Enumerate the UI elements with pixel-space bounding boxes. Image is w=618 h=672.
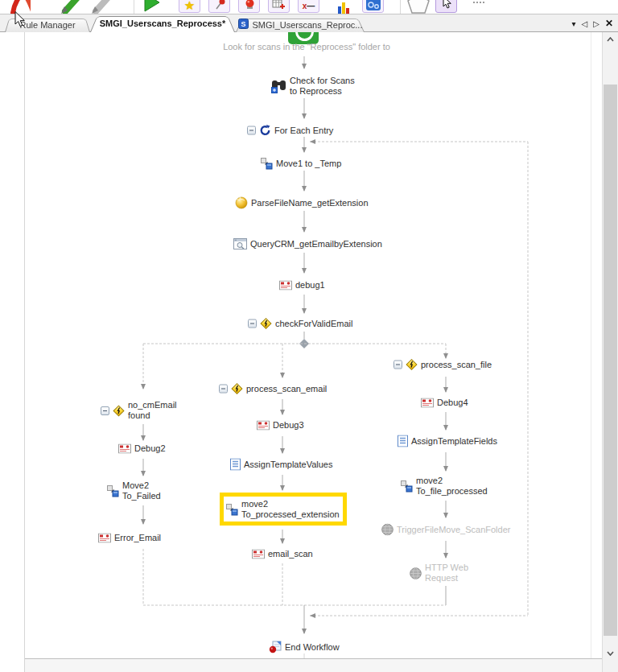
cursor-tool-icon[interactable] xyxy=(435,0,457,13)
node-debug1[interactable]: debug1 xyxy=(279,280,325,291)
move-files-icon xyxy=(225,503,238,516)
move-files-icon xyxy=(106,484,119,497)
workflow-canvas[interactable]: Look for scans in the "Reprocess" folder… xyxy=(24,32,602,672)
toolbar-separator xyxy=(134,0,134,14)
node-query-crm[interactable]: QueryCRM_getEmailbyExtension xyxy=(233,238,382,249)
message-card-icon xyxy=(421,398,434,407)
collapse-toggle[interactable] xyxy=(101,406,109,415)
decision-diamond-icon xyxy=(113,405,125,417)
close-tab-icon[interactable]: ✕ xyxy=(605,18,613,29)
node-debug3[interactable]: Debug3 xyxy=(257,420,304,431)
node-process-scan-email[interactable]: process_scan_email xyxy=(219,383,327,395)
node-email-scan[interactable]: email_scan xyxy=(252,549,313,559)
end-workflow-icon xyxy=(269,641,282,653)
form-fields-icon xyxy=(398,435,408,447)
globe-icon xyxy=(410,567,422,579)
decision-diamond-icon xyxy=(406,359,418,371)
tab-label: SMGI_Userscans_Reprocess* xyxy=(100,19,226,28)
node-assign-template-fields[interactable]: AssignTemplateFields xyxy=(398,435,497,447)
scroll-tabs-left-icon[interactable]: ◁ xyxy=(582,19,588,28)
node-error-email[interactable]: Error_Email xyxy=(98,533,161,543)
scroll-up-icon[interactable] xyxy=(603,32,618,46)
bar-chart-icon[interactable] xyxy=(332,0,356,14)
gray-pen-icon[interactable] xyxy=(90,0,114,14)
scrollbar-thumb[interactable] xyxy=(604,85,617,636)
vertical-scrollbar[interactable] xyxy=(602,32,618,672)
document-tabs: Rule Manager SMGI_Userscans_Reprocess* S… xyxy=(0,14,618,32)
message-card-icon xyxy=(98,533,111,542)
gold-ball-icon xyxy=(235,196,248,209)
decision-diamond-icon xyxy=(231,383,243,395)
move-files-icon xyxy=(260,157,273,170)
tab-smgi-userscans-reproc-2[interactable]: S SMGI_Userscans_Reproc... xyxy=(236,17,365,32)
main-toolbar: ★ x— xyxy=(0,0,618,14)
node-trigger-file-move[interactable]: TriggerFileMove_ScanFolder xyxy=(381,524,510,536)
scroll-down-icon[interactable] xyxy=(603,646,618,660)
mouse-cursor xyxy=(14,11,27,28)
node-debug4[interactable]: Debug4 xyxy=(421,398,468,408)
tab-controls: ▾ ◁ ▷ ✕ xyxy=(572,14,614,32)
scroll-tabs-right-icon[interactable]: ▷ xyxy=(593,19,599,28)
message-card-icon xyxy=(257,420,270,430)
collapse-toggle[interactable] xyxy=(247,126,256,135)
run-icon[interactable] xyxy=(140,0,164,14)
node-move2-to-processed-extension[interactable]: move2To_processed_extension xyxy=(225,499,340,520)
pin-icon[interactable] xyxy=(208,0,230,13)
star-icon[interactable]: ★ xyxy=(179,0,200,13)
collapse-toggle[interactable] xyxy=(219,385,228,394)
node-check-for-valid-email[interactable]: checkForValidEmail xyxy=(248,318,352,330)
node-debug2[interactable]: Debug2 xyxy=(118,443,166,454)
node-move1[interactable]: Move1 to _Temp xyxy=(260,157,341,170)
node-parse-filename[interactable]: ParseFileName_getExtension xyxy=(235,196,369,209)
page-bottom-margin xyxy=(25,658,603,672)
clipped-label xyxy=(473,2,484,3)
query-window-icon xyxy=(233,238,247,249)
loop-icon xyxy=(259,125,271,137)
decision-diamond-icon xyxy=(260,318,272,330)
table-add-icon[interactable] xyxy=(268,0,290,13)
page-right-edge xyxy=(591,32,591,672)
gear-grid-icon[interactable] xyxy=(362,0,384,13)
collapse-toggle[interactable] xyxy=(393,361,402,369)
tab-label: SMGI_Userscans_Reproc... xyxy=(253,20,363,30)
tab-smgi-userscans-reprocess[interactable]: SMGI_Userscans_Reprocess* xyxy=(90,14,235,32)
node-http-web-request[interactable]: HTTP WebRequest xyxy=(410,563,468,583)
message-card-icon xyxy=(279,280,292,290)
workflow-file-icon: S xyxy=(238,19,249,31)
workflow-caption: Look for scans in the "Reprocess" folder… xyxy=(186,42,427,52)
node-process-scan-file[interactable]: process_scan_file xyxy=(393,359,492,371)
x-minus-icon[interactable]: x— xyxy=(298,0,319,13)
binoculars-icon xyxy=(271,80,286,93)
toolbar-separator xyxy=(400,0,401,14)
red-ball-icon[interactable] xyxy=(238,0,260,13)
node-for-each-entry[interactable]: For Each Entry xyxy=(247,125,333,137)
node-no-cm-email-found[interactable]: no_cmEmailfound xyxy=(101,400,177,421)
node-move2-to-failed[interactable]: Move2To_Failed xyxy=(106,480,161,501)
message-card-icon xyxy=(118,443,131,453)
node-assign-template-values[interactable]: AssignTemplateValues xyxy=(230,459,332,471)
collapse-toggle[interactable] xyxy=(248,320,257,328)
node-end-workflow[interactable]: End Workflow xyxy=(269,641,340,653)
node-check-for-scans[interactable]: Check for Scansto Reprocess xyxy=(271,76,355,97)
tab-menu-icon[interactable]: ▾ xyxy=(572,19,576,28)
globe-icon xyxy=(381,524,393,536)
form-fields-icon xyxy=(230,459,241,471)
svg-text:S: S xyxy=(241,20,245,28)
green-pen-icon[interactable] xyxy=(60,0,84,14)
tab-label: Rule Manager xyxy=(19,20,75,30)
move-files-icon xyxy=(400,480,413,493)
pentagon-icon[interactable] xyxy=(406,0,431,14)
message-card-icon xyxy=(252,549,265,559)
node-move2-to-file-processed[interactable]: move2To_file_processed xyxy=(400,476,488,497)
